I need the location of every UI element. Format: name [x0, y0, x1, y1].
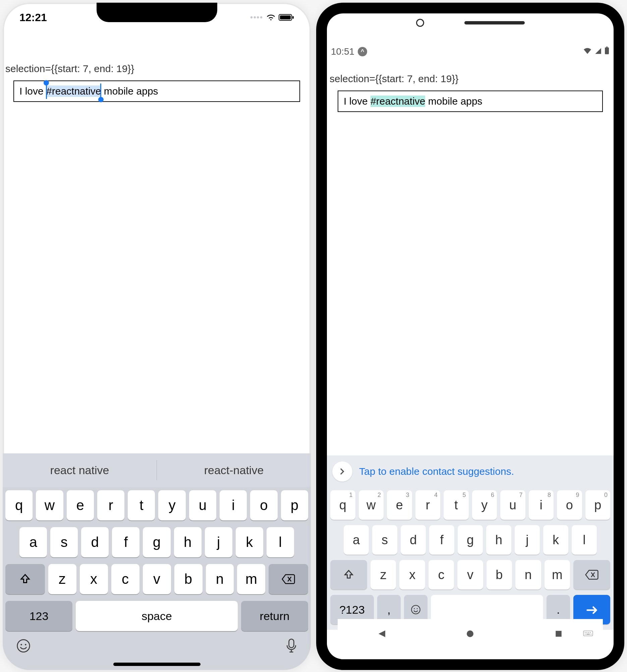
shift-key[interactable]	[330, 560, 367, 590]
key-o[interactable]: o	[250, 490, 277, 521]
numbers-key[interactable]: 123	[5, 601, 72, 631]
key-f[interactable]: f	[112, 527, 140, 557]
nav-home-icon[interactable]	[463, 629, 477, 639]
key-d[interactable]: d	[81, 527, 108, 557]
key-d[interactable]: d	[401, 525, 426, 555]
key-b[interactable]: b	[486, 560, 512, 590]
key-x[interactable]: x	[80, 564, 108, 594]
key-m[interactable]: m	[237, 564, 265, 594]
svg-point-19	[585, 634, 586, 635]
text-input[interactable]: I love #reactnative mobile apps	[338, 91, 603, 112]
key-p[interactable]: p0	[585, 490, 610, 520]
backspace-key[interactable]	[269, 564, 308, 594]
key-n[interactable]: n	[206, 564, 234, 594]
key-i[interactable]: i	[220, 490, 247, 521]
key-y[interactable]: y6	[472, 490, 497, 520]
svg-rect-14	[583, 631, 593, 636]
key-k[interactable]: k	[543, 525, 568, 555]
android-key-row-3: z x c v b n m	[327, 557, 613, 592]
key-z[interactable]: z	[370, 560, 396, 590]
key-a[interactable]: a	[344, 525, 369, 555]
svg-point-4	[21, 644, 22, 645]
android-suggestion-text[interactable]: Tap to enable contact suggestions.	[359, 466, 514, 477]
ios-suggestion-1[interactable]: react native	[3, 464, 156, 477]
key-o[interactable]: o9	[557, 490, 582, 520]
ios-time: 12:21	[20, 11, 47, 24]
key-g[interactable]: g	[143, 527, 170, 557]
ios-key-row-2: a s d f g h j k l	[3, 524, 311, 561]
backspace-key[interactable]	[573, 560, 610, 590]
ios-key-row-4: 123 space return	[3, 598, 311, 634]
selection-prop-label: selection={{start: 7, end: 19}}	[3, 63, 311, 80]
key-g[interactable]: g	[458, 525, 483, 555]
key-h[interactable]: h	[174, 527, 201, 557]
key-j[interactable]: j	[205, 527, 232, 557]
mic-icon[interactable]	[285, 639, 297, 656]
emoji-icon[interactable]	[16, 639, 31, 656]
svg-point-11	[417, 608, 418, 609]
key-w[interactable]: w2	[359, 490, 384, 520]
key-s[interactable]: s	[50, 527, 78, 557]
cell-signal-icon	[594, 46, 602, 57]
ios-key-row-1: q w e r t y u i o p	[3, 487, 311, 524]
input-text-selected: #reactnative	[370, 96, 425, 107]
key-i[interactable]: i8	[529, 490, 554, 520]
key-r[interactable]: r4	[415, 490, 440, 520]
key-v[interactable]: v	[143, 564, 171, 594]
key-v[interactable]: v	[457, 560, 483, 590]
key-e[interactable]: e	[67, 490, 94, 521]
key-w[interactable]: w	[36, 490, 63, 521]
key-y[interactable]: y	[158, 490, 186, 521]
svg-rect-1	[280, 16, 291, 20]
key-u[interactable]: u	[189, 490, 216, 521]
iphone-device: 12:21 •••• selection={{start: 7, end: 19…	[3, 3, 311, 670]
battery-icon	[279, 11, 294, 24]
key-j[interactable]: j	[515, 525, 540, 555]
svg-rect-6	[289, 639, 294, 648]
key-f[interactable]: f	[429, 525, 454, 555]
key-l[interactable]: l	[572, 525, 597, 555]
svg-point-3	[18, 640, 30, 652]
key-q[interactable]: q1	[330, 490, 355, 520]
nav-back-icon[interactable]	[375, 629, 389, 639]
key-m[interactable]: m	[545, 560, 570, 590]
key-l[interactable]: l	[267, 527, 294, 557]
space-key[interactable]: space	[76, 601, 238, 631]
battery-icon	[604, 46, 609, 57]
keyboard-toggle-icon[interactable]	[581, 629, 595, 639]
key-p[interactable]: p	[281, 490, 308, 521]
key-s[interactable]: s	[372, 525, 397, 555]
key-a[interactable]: a	[20, 527, 47, 557]
key-e[interactable]: e3	[387, 490, 412, 520]
key-b[interactable]: b	[174, 564, 202, 594]
shift-key[interactable]	[5, 564, 45, 594]
key-r[interactable]: r	[97, 490, 124, 521]
svg-point-17	[588, 632, 589, 633]
android-key-row-1: q1 w2 e3 r4 t5 y6 u7 i8 o9 p0	[327, 487, 613, 523]
input-text-selected: #reactnative	[46, 86, 101, 97]
nav-recent-icon[interactable]	[552, 629, 565, 639]
input-text-before: I love	[20, 86, 46, 97]
text-input[interactable]: I love #reactnative mobile apps	[14, 80, 300, 102]
svg-point-9	[411, 605, 420, 614]
key-c[interactable]: c	[429, 560, 454, 590]
key-t[interactable]: t	[128, 490, 155, 521]
key-u[interactable]: u7	[500, 490, 525, 520]
svg-rect-7	[605, 47, 609, 54]
svg-point-18	[590, 632, 591, 633]
key-q[interactable]: q	[5, 490, 32, 521]
svg-rect-20	[586, 634, 590, 635]
key-c[interactable]: c	[111, 564, 140, 594]
key-n[interactable]: n	[515, 560, 541, 590]
key-t[interactable]: t5	[443, 490, 469, 520]
key-x[interactable]: x	[399, 560, 425, 590]
svg-point-16	[586, 632, 587, 633]
key-z[interactable]: z	[48, 564, 76, 594]
key-h[interactable]: h	[486, 525, 511, 555]
svg-point-10	[414, 608, 415, 609]
return-key[interactable]: return	[241, 601, 308, 631]
chevron-right-icon[interactable]	[332, 461, 353, 482]
home-indicator[interactable]	[113, 663, 200, 666]
ios-suggestion-2[interactable]: react-native	[157, 464, 311, 477]
key-k[interactable]: k	[236, 527, 263, 557]
